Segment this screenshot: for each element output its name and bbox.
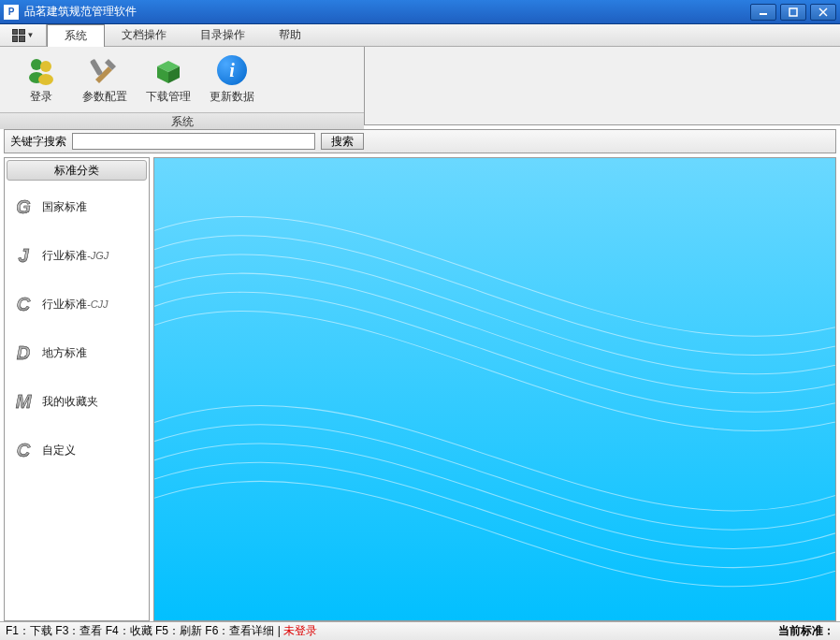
minimize-button[interactable]	[750, 4, 776, 21]
status-current-standard: 当前标准：	[778, 623, 834, 639]
window-title: 品茗建筑规范管理软件	[24, 4, 750, 20]
sidebar-item-cjj[interactable]: C 行业标准-CJJ	[5, 280, 149, 328]
sidebar: 标准分类 G 国家标准 J 行业标准-JGJ C 行业标准-CJJ D 地方标准…	[4, 157, 150, 621]
toolbar-ribbon: 登录 参数配置 下载管理 i 更新数据 系统	[0, 47, 840, 125]
svg-point-4	[31, 59, 42, 70]
app-menu-button[interactable]: ▼	[0, 24, 47, 46]
sidebar-item-custom[interactable]: C 自定义	[5, 426, 149, 474]
download-manager-button[interactable]: 下载管理	[137, 51, 200, 109]
tool-label: 参数配置	[82, 89, 127, 105]
searchbar: 关键字搜索 搜索	[4, 129, 836, 153]
sidebar-item-favorites[interactable]: M 我的收藏夹	[5, 377, 149, 426]
sidebar-header: 标准分类	[7, 160, 147, 181]
people-icon	[26, 55, 56, 85]
menu-directory[interactable]: 目录操作	[183, 24, 262, 46]
update-data-button[interactable]: i 更新数据	[200, 51, 264, 109]
sidebar-item-suffix: -JGJ	[87, 250, 109, 261]
search-button[interactable]: 搜索	[321, 133, 364, 150]
status-hints-text: F1：下载 F3：查看 F4：收藏 F5：刷新 F6：查看详细 |	[6, 624, 281, 637]
status-hints: F1：下载 F3：查看 F4：收藏 F5：刷新 F6：查看详细 | 未登录	[6, 623, 778, 639]
sidebar-item-label: 行业标准	[42, 298, 87, 311]
search-label: 关键字搜索	[10, 134, 66, 150]
content-pane	[153, 157, 836, 621]
menu-help[interactable]: 帮助	[262, 24, 318, 46]
svg-rect-8	[90, 58, 103, 76]
tool-label: 更新数据	[210, 89, 254, 105]
svg-rect-1	[789, 8, 797, 16]
window-controls	[750, 4, 836, 21]
menu-label: 帮助	[279, 27, 301, 43]
grid-icon	[12, 29, 25, 42]
search-input[interactable]	[72, 133, 315, 150]
toolbar-group-label: 系统	[0, 112, 364, 129]
svg-point-7	[38, 74, 53, 85]
letter-c2-icon: C	[12, 439, 35, 461]
letter-g-icon: G	[12, 196, 35, 218]
menu-label: 文档操作	[122, 27, 167, 43]
statusbar: F1：下载 F3：查看 F4：收藏 F5：刷新 F6：查看详细 | 未登录 当前…	[0, 621, 840, 640]
sidebar-item-label: 国家标准	[42, 200, 87, 213]
sidebar-item-label: 地方标准	[42, 346, 87, 359]
tool-label: 登录	[30, 89, 52, 105]
status-not-logged: 未登录	[283, 624, 317, 637]
menu-document[interactable]: 文档操作	[105, 24, 183, 46]
app-icon: P	[4, 5, 19, 20]
sidebar-item-label: 行业标准	[42, 249, 87, 262]
svg-point-5	[40, 61, 51, 72]
maximize-button[interactable]	[780, 4, 806, 21]
toolbar-group-system: 登录 参数配置 下载管理 i 更新数据 系统	[0, 47, 365, 124]
letter-c-icon: C	[12, 293, 35, 315]
sidebar-item-label: 我的收藏夹	[42, 395, 98, 408]
menubar: ▼ 系统 文档操作 目录操作 帮助	[0, 24, 840, 47]
menu-system[interactable]: 系统	[47, 24, 105, 47]
menu-label: 目录操作	[200, 27, 245, 43]
chevron-down-icon: ▼	[27, 31, 35, 39]
tool-label: 下载管理	[146, 89, 191, 105]
main-area: 标准分类 G 国家标准 J 行业标准-JGJ C 行业标准-CJJ D 地方标准…	[4, 157, 836, 621]
titlebar: P 品茗建筑规范管理软件	[0, 0, 840, 24]
close-button[interactable]	[810, 4, 836, 21]
toolbar-buttons: 登录 参数配置 下载管理 i 更新数据	[0, 47, 364, 112]
sidebar-list: G 国家标准 J 行业标准-JGJ C 行业标准-CJJ D 地方标准 M 我的…	[5, 182, 149, 620]
sidebar-item-jgj[interactable]: J 行业标准-JGJ	[5, 231, 149, 280]
menu-label: 系统	[65, 28, 87, 44]
sidebar-item-national[interactable]: G 国家标准	[5, 182, 149, 231]
letter-m-icon: M	[12, 390, 35, 413]
letter-j-icon: J	[12, 244, 35, 267]
sidebar-item-label: 自定义	[42, 444, 76, 457]
svg-rect-9	[154, 158, 835, 621]
login-button[interactable]: 登录	[9, 51, 73, 109]
settings-button[interactable]: 参数配置	[73, 51, 137, 109]
sidebar-item-local[interactable]: D 地方标准	[5, 328, 149, 377]
wave-background	[154, 158, 835, 621]
tools-icon	[90, 55, 120, 85]
box-icon	[153, 55, 183, 85]
sidebar-item-suffix: -CJJ	[87, 298, 109, 310]
letter-d-icon: D	[12, 342, 35, 364]
info-icon: i	[217, 55, 247, 85]
